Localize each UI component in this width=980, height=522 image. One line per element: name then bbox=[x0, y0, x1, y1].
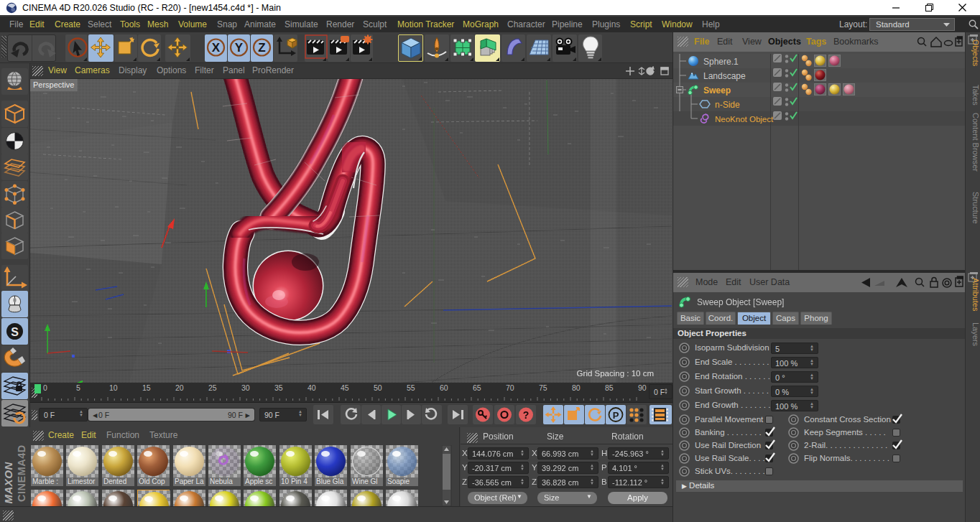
svg-text:80: 80 bbox=[572, 383, 581, 392]
svg-text:40: 40 bbox=[308, 383, 316, 392]
svg-text:45: 45 bbox=[341, 383, 349, 392]
svg-text:X: X bbox=[212, 41, 221, 55]
svg-text:35: 35 bbox=[274, 383, 283, 392]
svg-text:85: 85 bbox=[605, 383, 614, 392]
svg-text:90: 90 bbox=[638, 383, 647, 392]
svg-text:Z: Z bbox=[258, 41, 265, 55]
svg-text:10: 10 bbox=[109, 383, 118, 392]
svg-text:65: 65 bbox=[473, 383, 481, 392]
svg-text:30: 30 bbox=[241, 383, 250, 392]
svg-text:20: 20 bbox=[175, 383, 184, 392]
svg-text:15: 15 bbox=[142, 383, 151, 392]
svg-text:75: 75 bbox=[539, 383, 547, 392]
svg-text:25: 25 bbox=[208, 383, 217, 392]
svg-text:Standard: Standard bbox=[876, 20, 910, 29]
svg-text:P: P bbox=[613, 410, 619, 421]
svg-text:0: 0 bbox=[43, 383, 47, 392]
svg-text:70: 70 bbox=[506, 383, 514, 392]
svg-text:5: 5 bbox=[76, 383, 80, 392]
svg-text:?: ? bbox=[523, 409, 530, 421]
svg-text:S: S bbox=[11, 326, 19, 338]
svg-text:Y: Y bbox=[235, 41, 244, 55]
svg-text:60: 60 bbox=[440, 383, 448, 392]
svg-text:50: 50 bbox=[374, 383, 382, 392]
svg-text:55: 55 bbox=[407, 383, 415, 392]
